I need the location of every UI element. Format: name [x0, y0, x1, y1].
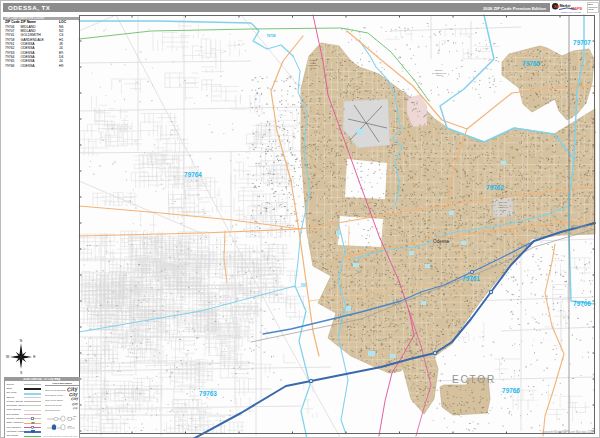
- svg-text:BASIN: BASIN: [500, 209, 507, 211]
- svg-text:79764: 79764: [184, 171, 202, 178]
- svg-text:79766: 79766: [502, 387, 520, 394]
- svg-text:TEXAS: TEXAS: [500, 204, 507, 206]
- svg-text:N: N: [20, 339, 23, 343]
- svg-text:W: W: [6, 355, 10, 359]
- svg-text:FIELD: FIELD: [436, 74, 442, 76]
- svg-text:Odessa: Odessa: [433, 239, 449, 244]
- svg-text:Copyright MarketMAPS.com Map: Copyright MarketMAPS.com Map data 2026: [542, 430, 593, 434]
- svg-text:123: 123: [73, 415, 77, 417]
- svg-text:SWEET: SWEET: [309, 59, 317, 61]
- svg-text:79706: 79706: [573, 300, 591, 307]
- svg-text:CRK &: CRK &: [310, 62, 317, 64]
- svg-text:UNIV OF: UNIV OF: [499, 201, 508, 203]
- svg-text:79763: 79763: [199, 390, 217, 397]
- svg-text:MIDLAND: MIDLAND: [572, 225, 589, 229]
- svg-text:79762: 79762: [486, 184, 504, 191]
- svg-text:E: E: [33, 355, 36, 359]
- svg-text:COUNTRY: COUNTRY: [308, 64, 319, 66]
- svg-text:1234: 1234: [68, 425, 73, 427]
- svg-text:SCHLEMEYER: SCHLEMEYER: [432, 72, 447, 74]
- svg-text:S: S: [20, 371, 23, 375]
- svg-text:ECTOR: ECTOR: [452, 374, 496, 385]
- svg-text:79707: 79707: [573, 39, 591, 46]
- svg-text:ODESSA: ODESSA: [435, 69, 444, 71]
- svg-text:CLUB: CLUB: [310, 67, 316, 69]
- svg-text:79758: 79758: [267, 34, 276, 38]
- svg-text:PERMIAN: PERMIAN: [498, 206, 508, 208]
- svg-text:79761: 79761: [462, 275, 480, 282]
- svg-text:79765: 79765: [522, 60, 540, 67]
